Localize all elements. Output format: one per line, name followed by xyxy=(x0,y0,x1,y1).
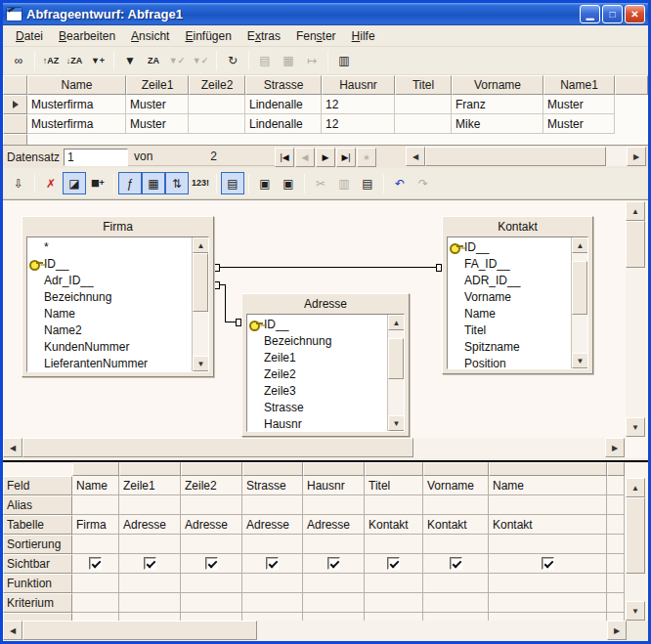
last-record-button[interactable]: ▶| xyxy=(336,148,356,167)
record-selector[interactable] xyxy=(3,114,27,134)
scroll-down-icon[interactable]: ▼ xyxy=(572,353,588,368)
sortierung-cell[interactable] xyxy=(119,535,181,554)
scroll-left-icon[interactable]: ◀ xyxy=(406,147,425,166)
funktion-cell[interactable] xyxy=(72,574,119,593)
tabelle-cell[interactable]: Kontakt xyxy=(423,515,489,535)
sichtbar-checkbox[interactable] xyxy=(89,557,102,570)
sort-ascending-icon[interactable]: ↑AZ xyxy=(39,50,63,72)
cell[interactable]: Muster xyxy=(126,114,189,134)
design-column-header[interactable] xyxy=(489,462,607,476)
menu-einfuegen[interactable]: Einfügen xyxy=(177,26,239,46)
cell[interactable]: Muster xyxy=(126,95,189,114)
funktion-cell[interactable] xyxy=(365,574,423,593)
tabelle-cell[interactable]: Kontakt xyxy=(489,515,607,535)
kriterium-cell[interactable] xyxy=(365,593,423,613)
field-row[interactable]: Vorname xyxy=(448,288,571,305)
field-row[interactable]: Bezeichnung xyxy=(247,332,387,349)
menu-fenster[interactable]: Fenster xyxy=(288,26,344,46)
alias-cell[interactable] xyxy=(72,495,119,515)
cell[interactable]: Lindenalle xyxy=(245,114,322,134)
table-scrollbar[interactable]: ▲ ▼ xyxy=(571,237,587,368)
table-window-adresse[interactable]: Adresse ID__ Bezeichnung Zeile1 Zeile2 Z… xyxy=(241,293,410,437)
paste-icon[interactable]: ▤ xyxy=(356,172,379,194)
sortierung-cell[interactable] xyxy=(72,535,119,554)
alias-cell[interactable] xyxy=(119,495,181,515)
alias-cell[interactable] xyxy=(365,495,423,515)
tabelle-cell[interactable]: Kontakt xyxy=(365,515,423,535)
find-icon[interactable]: ∞ xyxy=(7,50,30,72)
cell[interactable]: Lindenalle xyxy=(245,95,322,114)
kriterium-cell[interactable] xyxy=(489,593,607,613)
scroll-up-icon[interactable]: ▲ xyxy=(388,315,405,330)
column-header[interactable]: Name xyxy=(27,75,126,95)
funktion-cell[interactable] xyxy=(423,574,489,593)
tabelle-cell[interactable]: Adresse xyxy=(181,515,242,535)
table-scrollbar[interactable]: ▲ ▼ xyxy=(387,315,404,431)
design-column-header[interactable] xyxy=(181,462,242,476)
scroll-down-icon[interactable]: ▼ xyxy=(626,417,645,437)
add-table-icon[interactable]: ▦+ xyxy=(86,172,109,194)
send-record-icon[interactable]: ▦ xyxy=(277,50,300,72)
totals-icon[interactable]: 123! xyxy=(189,172,212,194)
sichtbar-checkbox[interactable] xyxy=(144,557,156,570)
design-column-header[interactable] xyxy=(119,462,181,476)
scroll-right-icon[interactable]: ▶ xyxy=(605,438,625,457)
scroll-left-icon[interactable]: ◀ xyxy=(3,438,22,457)
diagram-horizontal-scrollbar[interactable]: ◀ ▶ xyxy=(3,438,625,458)
minimize-button[interactable]: ▁ xyxy=(580,5,600,23)
properties-icon[interactable]: ▤ xyxy=(221,172,244,194)
scroll-down-icon[interactable]: ▼ xyxy=(626,601,645,621)
previous-record-button[interactable]: ◀ xyxy=(295,148,315,167)
scroll-down-icon[interactable]: ▼ xyxy=(193,356,209,371)
tabelle-cell[interactable]: Adresse xyxy=(303,515,365,535)
table-title[interactable]: Firma xyxy=(22,217,213,236)
field-row[interactable]: ID__ xyxy=(247,316,387,332)
cell[interactable]: Franz xyxy=(452,95,543,114)
scrollbar-thumb[interactable] xyxy=(626,221,645,268)
kriterium-cell[interactable] xyxy=(72,593,119,613)
funktion-cell[interactable] xyxy=(181,574,242,593)
scrollbar-thumb[interactable] xyxy=(22,438,413,457)
redo-icon[interactable]: ↷ xyxy=(412,172,435,194)
run-query-icon[interactable]: ⇩ xyxy=(7,172,30,194)
apply-filter-icon[interactable]: ▼✓ xyxy=(165,50,189,72)
scroll-left-icon[interactable]: ◀ xyxy=(3,621,22,640)
sortierung-cell[interactable] xyxy=(489,535,607,554)
sortierung-cell[interactable] xyxy=(242,535,303,554)
feld-cell[interactable]: Titel xyxy=(365,476,423,495)
titlebar[interactable]: Abfrageentwurf: Abfrage1 ▁ □ ✕ xyxy=(3,3,648,25)
cell[interactable]: Mike xyxy=(452,114,543,134)
design-column-header[interactable] xyxy=(423,462,489,476)
cut-icon[interactable]: ✂ xyxy=(309,172,332,194)
field-row[interactable]: Spitzname xyxy=(448,338,571,355)
field-row[interactable]: Hausnr xyxy=(247,415,387,431)
select-all-corner[interactable] xyxy=(3,75,27,95)
scroll-right-icon[interactable]: ▶ xyxy=(627,147,646,166)
cell[interactable]: 12 xyxy=(322,114,395,134)
sichtbar-checkbox[interactable] xyxy=(327,557,340,570)
feld-cell[interactable]: Hausnr xyxy=(303,476,365,495)
record-selector[interactable] xyxy=(3,95,27,114)
scroll-up-icon[interactable]: ▲ xyxy=(626,201,645,221)
show-functions-icon[interactable]: ƒ xyxy=(118,172,142,194)
cell[interactable] xyxy=(395,114,452,134)
alias-cell[interactable] xyxy=(181,495,242,515)
cell[interactable]: Muster xyxy=(543,95,615,114)
alias-cell[interactable] xyxy=(242,495,303,515)
sichtbar-checkbox[interactable] xyxy=(450,557,462,570)
save-as-icon[interactable]: ▣ xyxy=(277,172,300,194)
copy-icon[interactable]: ▥ xyxy=(332,172,356,194)
column-header[interactable]: Hausnr xyxy=(322,75,395,95)
menu-ansicht[interactable]: Ansicht xyxy=(123,26,177,46)
kriterium-cell[interactable] xyxy=(303,593,365,613)
column-header[interactable]: Zeile1 xyxy=(126,75,189,95)
kriterium-cell[interactable] xyxy=(181,593,242,613)
field-row[interactable]: Bezeichnung xyxy=(27,288,192,305)
field-row[interactable]: Titel xyxy=(448,322,571,338)
funktion-cell[interactable] xyxy=(303,574,365,593)
edit-record-icon[interactable]: ▤ xyxy=(253,50,277,72)
sichtbar-checkbox[interactable] xyxy=(542,557,554,570)
cell[interactable] xyxy=(189,95,245,114)
field-row[interactable]: ID__ xyxy=(448,238,571,255)
design-column-header[interactable] xyxy=(242,462,303,476)
